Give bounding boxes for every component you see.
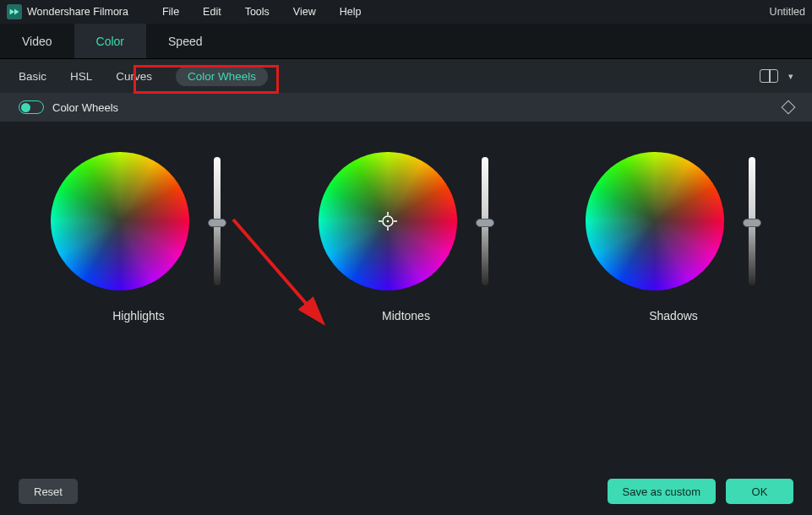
subtab-basic[interactable]: Basic [19, 70, 46, 83]
compare-view-icon[interactable] [760, 69, 778, 83]
svg-line-1 [233, 220, 321, 321]
subtab-color-wheels[interactable]: Color Wheels [176, 67, 268, 86]
ok-button[interactable]: OK [726, 479, 793, 504]
reset-section-icon[interactable] [782, 100, 796, 115]
subtab-curves[interactable]: Curves [116, 70, 152, 83]
reset-button[interactable]: Reset [19, 479, 78, 504]
crosshair-icon [379, 212, 397, 230]
menubar: Wondershare Filmora File Edit Tools View… [0, 0, 812, 24]
svg-point-3 [386, 220, 389, 223]
menu-tools[interactable]: Tools [245, 6, 270, 18]
highlights-wheel[interactable] [51, 152, 189, 290]
tab-color[interactable]: Color [74, 24, 146, 58]
menu-view[interactable]: View [293, 6, 316, 18]
save-as-custom-button[interactable]: Save as custom [608, 479, 717, 504]
chevron-down-icon[interactable]: ▾ [788, 71, 793, 82]
midtones-slider[interactable] [476, 157, 494, 285]
highlights-block: Highlights [51, 152, 226, 468]
subtab-hsl[interactable]: HSL [70, 70, 92, 83]
section-header: Color Wheels [0, 93, 812, 122]
svg-point-2 [383, 216, 393, 226]
app-name: Wondershare Filmora [27, 6, 128, 18]
highlights-slider[interactable] [208, 157, 226, 285]
shadows-block: Shadows [586, 152, 761, 468]
shadows-slider[interactable] [743, 157, 761, 285]
menu-file[interactable]: File [162, 6, 179, 18]
midtones-label: Midtones [382, 309, 430, 323]
document-title: Untitled [770, 6, 805, 18]
primary-tabs: Video Color Speed [0, 24, 812, 59]
midtones-wheel[interactable] [319, 152, 457, 290]
midtones-block: Midtones [319, 152, 494, 468]
section-label: Color Wheels [52, 101, 118, 114]
shadows-label: Shadows [649, 309, 698, 323]
menu-help[interactable]: Help [340, 6, 362, 18]
tab-speed[interactable]: Speed [146, 24, 224, 58]
shadows-wheel[interactable] [586, 152, 724, 290]
app-logo [7, 4, 22, 19]
tab-video[interactable]: Video [0, 24, 74, 58]
highlights-label: Highlights [112, 309, 164, 323]
sub-tab-row: Basic HSL Curves Color Wheels ▾ [0, 59, 812, 93]
color-wheels-toggle[interactable] [19, 100, 44, 114]
footer: Reset Save as custom OK [0, 468, 812, 515]
menu-edit[interactable]: Edit [203, 6, 221, 18]
color-wheels-canvas: Highlights Midtones Sha [0, 122, 812, 468]
